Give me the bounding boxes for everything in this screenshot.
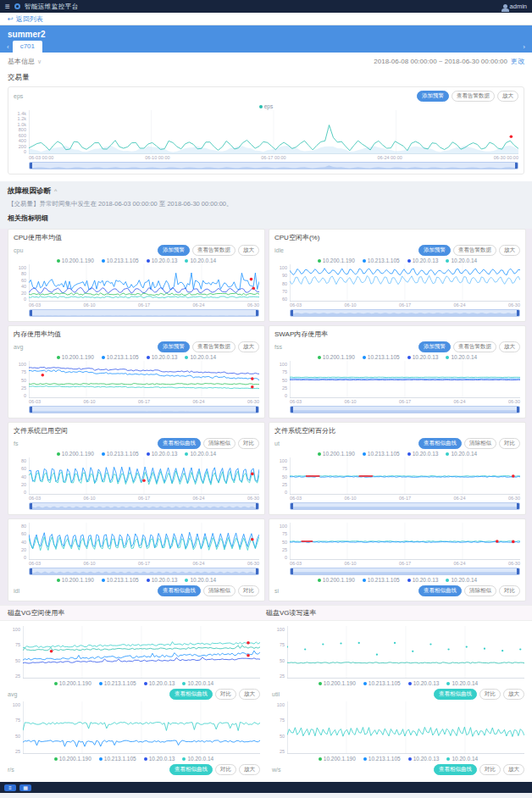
range-slider[interactable] [290, 502, 520, 510]
range-slider[interactable] [290, 309, 520, 317]
legend-item[interactable]: 10.213.1.105 [102, 577, 139, 583]
tabs-next-icon[interactable]: › [519, 43, 529, 53]
legend-item[interactable]: 10.213.1.105 [102, 451, 139, 457]
line-chart[interactable] [290, 457, 520, 495]
legend-item[interactable]: 10.20.0.14 [446, 451, 477, 457]
zoom-button[interactable]: 放大 [497, 91, 518, 102]
slider-left-handle[interactable] [30, 503, 32, 509]
legend-item[interactable]: 10.213.1.105 [363, 451, 400, 457]
line-chart[interactable] [290, 361, 520, 398]
legend-item[interactable]: 10.213.1.105 [363, 577, 400, 583]
zoom-button[interactable]: 放大 [503, 689, 524, 700]
primary-action-button[interactable]: 添加预警 [158, 341, 190, 352]
legend-item[interactable]: 10.213.1.105 [99, 756, 136, 762]
legend-item[interactable]: 10.20.0.13 [147, 451, 178, 457]
secondary-action-button[interactable]: 查看告警数据 [192, 245, 236, 256]
secondary-action-button[interactable]: 查看告警数据 [453, 245, 496, 256]
slider-right-handle[interactable] [517, 503, 519, 509]
primary-action-button[interactable]: 添加预警 [418, 245, 451, 256]
legend-item[interactable]: 10.20.0.14 [182, 756, 213, 762]
primary-action-button[interactable]: 添加预警 [418, 341, 451, 352]
legend-item[interactable]: 10.20.0.13 [144, 756, 175, 762]
line-chart[interactable] [29, 264, 259, 302]
legend-item[interactable]: 10.200.1.190 [318, 354, 355, 360]
primary-action-button[interactable]: 查看相似曲线 [158, 438, 201, 449]
range-slider[interactable] [290, 406, 520, 413]
small-action-button[interactable]: 对比 [499, 585, 520, 596]
menu-icon[interactable]: ≡ [5, 3, 10, 11]
small-action-button[interactable]: 对比 [499, 438, 520, 449]
compare-button[interactable]: 对比 [479, 689, 501, 700]
slider-right-handle[interactable] [256, 503, 258, 509]
slider-left-handle[interactable] [30, 407, 32, 413]
legend-item[interactable]: 10.200.1.190 [319, 756, 356, 762]
range-slider[interactable] [29, 568, 259, 575]
secondary-action-button[interactable]: 清除相似 [464, 438, 496, 449]
legend-item[interactable]: 10.20.0.13 [147, 354, 178, 360]
legend-item[interactable]: 10.20.0.13 [407, 258, 439, 263]
small-action-button[interactable]: 放大 [499, 341, 520, 352]
legend-item[interactable]: 10.20.0.13 [408, 680, 440, 686]
legend-item[interactable]: 10.213.1.105 [363, 354, 400, 360]
slider-right-handle[interactable] [517, 310, 519, 316]
small-action-button[interactable]: 对比 [238, 438, 259, 449]
secondary-action-button[interactable]: 清除相似 [203, 585, 236, 596]
primary-action-button[interactable]: 查看相似曲线 [158, 585, 201, 596]
zoom-button[interactable]: 放大 [239, 689, 260, 700]
change-date-link[interactable]: 更改 [511, 58, 524, 65]
slider-right-handle[interactable] [517, 407, 519, 413]
legend-item[interactable]: 10.20.0.13 [144, 680, 175, 686]
line-chart[interactable] [29, 361, 259, 398]
basic-info-label[interactable]: 基本信息 [8, 57, 35, 66]
line-chart[interactable] [29, 110, 518, 154]
line-chart[interactable] [290, 523, 520, 560]
zoom-button[interactable]: 放大 [503, 764, 524, 775]
slider-right-handle[interactable] [256, 310, 258, 316]
primary-action-button[interactable]: 查看相似曲线 [418, 585, 462, 596]
legend-item[interactable]: 10.213.1.105 [363, 756, 401, 762]
range-slider[interactable] [290, 568, 520, 575]
line-chart[interactable] [29, 523, 259, 560]
legend-item[interactable]: 10.20.0.14 [446, 354, 477, 360]
line-chart[interactable] [287, 701, 524, 754]
legend-item[interactable]: 10.20.0.14 [185, 258, 216, 263]
legend-item[interactable]: 10.200.1.190 [319, 680, 356, 686]
range-slider[interactable] [29, 406, 259, 413]
legend-item[interactable]: 10.20.0.14 [182, 680, 213, 686]
line-chart[interactable] [287, 626, 524, 679]
range-slider[interactable] [29, 502, 259, 510]
legend-item[interactable]: 10.20.0.13 [147, 577, 178, 583]
legend-item[interactable]: 10.200.1.190 [318, 451, 355, 457]
view-similar-button[interactable]: 查看相似曲线 [169, 764, 213, 775]
slider-left-handle[interactable] [30, 310, 32, 316]
secondary-action-button[interactable]: 查看告警数据 [192, 341, 236, 352]
legend-item[interactable]: 10.20.0.14 [185, 577, 216, 583]
slider-left-handle[interactable] [291, 310, 293, 316]
small-action-button[interactable]: 放大 [238, 341, 259, 352]
tab-host[interactable]: c701 [13, 41, 42, 53]
compare-button[interactable]: 对比 [215, 764, 236, 775]
add-alert-button[interactable]: 添加预警 [417, 91, 449, 102]
collapse-icon[interactable]: ^ [54, 188, 57, 194]
legend-item[interactable]: 10.213.1.105 [363, 680, 401, 686]
legend-item[interactable]: 10.200.1.190 [57, 258, 94, 263]
legend-item[interactable]: 10.20.0.14 [185, 354, 216, 360]
view-alarms-button[interactable]: 查看告警数据 [452, 91, 495, 102]
line-chart[interactable] [23, 626, 260, 679]
legend-item[interactable]: 10.200.1.190 [318, 577, 355, 583]
slider-right-handle[interactable] [517, 568, 519, 574]
slider-left-handle[interactable] [30, 568, 32, 574]
slider-left-handle[interactable] [291, 568, 293, 574]
legend-item[interactable]: eps [259, 103, 273, 109]
legend-item[interactable]: 10.200.1.190 [54, 680, 91, 686]
primary-action-button[interactable]: 添加预警 [158, 245, 190, 256]
small-action-button[interactable]: 放大 [499, 245, 520, 256]
slider-left-handle[interactable] [30, 163, 32, 169]
zoom-button[interactable]: 放大 [239, 764, 260, 775]
line-chart[interactable] [290, 264, 520, 302]
legend-item[interactable]: 10.213.1.105 [102, 258, 139, 263]
compare-button[interactable]: 对比 [215, 689, 236, 700]
view-similar-button[interactable]: 查看相似曲线 [169, 689, 213, 700]
legend-item[interactable]: 10.213.1.105 [363, 258, 400, 263]
legend-item[interactable]: 10.213.1.105 [99, 680, 136, 686]
